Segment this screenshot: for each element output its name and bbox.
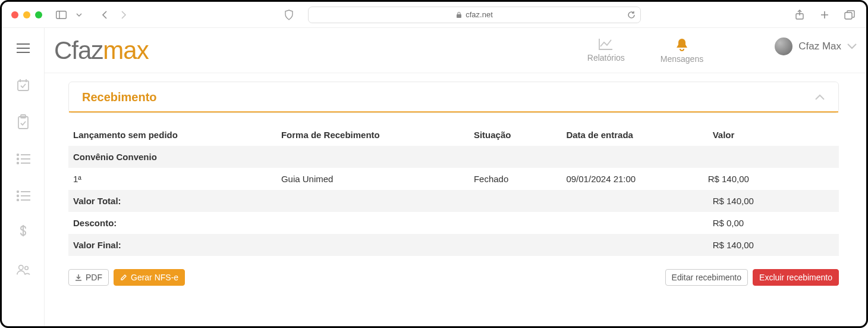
logo-part1: Cfaz bbox=[54, 36, 103, 64]
final-label: Valor Final: bbox=[68, 234, 708, 256]
clipboard-check-icon[interactable] bbox=[16, 115, 30, 129]
row-discount: Desconto: R$ 0,00 bbox=[68, 212, 839, 234]
list-icon[interactable] bbox=[16, 152, 30, 166]
window-controls bbox=[11, 11, 42, 18]
svg-point-19 bbox=[17, 163, 18, 164]
url-text: cfaz.net bbox=[466, 10, 493, 19]
discount-label: Desconto: bbox=[68, 212, 708, 234]
svg-point-29 bbox=[24, 266, 28, 270]
pdf-button[interactable]: PDF bbox=[68, 269, 109, 286]
browser-titlebar: cfaz.net bbox=[2, 2, 866, 28]
col-valor: Valor bbox=[708, 124, 839, 146]
col-situacao: Situação bbox=[469, 124, 562, 146]
col-lancamento: Lançamento sem pedido bbox=[68, 124, 276, 146]
share-icon[interactable] bbox=[792, 8, 807, 22]
nav-reports[interactable]: Relatórios bbox=[587, 38, 625, 63]
logo-part2: max bbox=[103, 36, 148, 64]
minimize-window-icon[interactable] bbox=[23, 11, 30, 18]
svg-point-17 bbox=[17, 158, 18, 160]
calendar-check-icon[interactable] bbox=[16, 78, 30, 92]
cell-valor: R$ 140,00 bbox=[708, 168, 839, 190]
download-icon bbox=[75, 274, 82, 281]
pdf-label: PDF bbox=[86, 273, 102, 282]
svg-rect-10 bbox=[18, 81, 29, 90]
refresh-icon[interactable] bbox=[627, 11, 636, 19]
dollar-icon[interactable] bbox=[16, 226, 30, 240]
sidebar-toggle-icon[interactable] bbox=[54, 8, 68, 22]
app-topbar: Cfazmax Relatórios Mensagens Cfaz Max bbox=[45, 28, 866, 73]
cell-forma: Guia Unimed bbox=[276, 168, 469, 190]
action-buttons: PDF Gerar NFS-e Editar recebimento Exclu… bbox=[68, 269, 839, 286]
app-logo[interactable]: Cfazmax bbox=[54, 36, 149, 65]
tabs-overview-icon[interactable] bbox=[842, 8, 857, 22]
total-value: R$ 140,00 bbox=[708, 190, 839, 212]
table-header-row: Lançamento sem pedido Forma de Recebimen… bbox=[68, 124, 839, 146]
svg-rect-13 bbox=[18, 117, 28, 129]
svg-point-23 bbox=[17, 195, 18, 196]
user-menu[interactable]: Cfaz Max bbox=[775, 38, 857, 55]
svg-point-28 bbox=[18, 265, 23, 270]
panel-title: Recebimento bbox=[82, 90, 157, 104]
close-window-icon[interactable] bbox=[11, 11, 18, 18]
row-total: Valor Total: R$ 140,00 bbox=[68, 190, 839, 212]
svg-rect-6 bbox=[845, 13, 852, 19]
edit-label: Editar recebimento bbox=[672, 273, 742, 282]
cell-lancamento: 1ª bbox=[68, 168, 276, 190]
total-label: Valor Total: bbox=[68, 190, 708, 212]
nav-reports-label: Relatórios bbox=[587, 53, 625, 63]
bell-icon bbox=[675, 38, 688, 52]
svg-point-21 bbox=[17, 191, 18, 192]
new-tab-icon[interactable] bbox=[817, 8, 832, 22]
delete-button[interactable]: Excluir recebimento bbox=[753, 269, 839, 286]
svg-rect-0 bbox=[56, 11, 67, 18]
chevron-down-icon[interactable] bbox=[72, 8, 86, 22]
table-group-row: Convênio Convenio bbox=[68, 146, 839, 168]
discount-value: R$ 0,00 bbox=[708, 212, 839, 234]
list-alt-icon[interactable] bbox=[16, 189, 30, 203]
avatar bbox=[775, 38, 792, 55]
lock-icon bbox=[456, 11, 462, 18]
nav-messages[interactable]: Mensagens bbox=[661, 38, 703, 64]
menu-icon[interactable] bbox=[16, 41, 30, 55]
chevron-down-icon bbox=[847, 43, 857, 49]
delete-label: Excluir recebimento bbox=[759, 273, 832, 282]
address-bar[interactable]: cfaz.net bbox=[308, 7, 641, 23]
maximize-window-icon[interactable] bbox=[35, 11, 42, 18]
svg-point-25 bbox=[17, 199, 18, 201]
table-row[interactable]: 1ª Guia Unimed Fechado 09/01/2024 21:00 … bbox=[68, 168, 839, 190]
chart-line-icon bbox=[598, 38, 614, 51]
privacy-shield-icon[interactable] bbox=[282, 8, 296, 22]
cell-situacao: Fechado bbox=[469, 168, 562, 190]
svg-point-15 bbox=[17, 154, 18, 155]
svg-rect-2 bbox=[457, 14, 461, 18]
collapse-icon[interactable] bbox=[814, 94, 825, 101]
col-data: Data de entrada bbox=[561, 124, 707, 146]
panel-recebimento: Recebimento bbox=[68, 82, 839, 113]
users-icon[interactable] bbox=[16, 263, 30, 277]
edit-icon bbox=[120, 274, 127, 281]
col-forma: Forma de Recebimento bbox=[276, 124, 469, 146]
forward-icon[interactable] bbox=[116, 8, 130, 22]
group-header: Convênio Convenio bbox=[68, 146, 839, 168]
edit-button[interactable]: Editar recebimento bbox=[665, 269, 749, 286]
row-final: Valor Final: R$ 140,00 bbox=[68, 234, 839, 256]
nfse-button[interactable]: Gerar NFS-e bbox=[114, 269, 185, 286]
final-value: R$ 140,00 bbox=[708, 234, 839, 256]
nav-messages-label: Mensagens bbox=[661, 54, 703, 64]
cell-data: 09/01/2024 21:00 bbox=[561, 168, 707, 190]
back-icon[interactable] bbox=[98, 8, 112, 22]
receipts-table: Lançamento sem pedido Forma de Recebimen… bbox=[68, 124, 839, 256]
app-sidebar bbox=[2, 28, 45, 326]
nfse-label: Gerar NFS-e bbox=[131, 273, 178, 282]
user-name: Cfaz Max bbox=[798, 40, 841, 52]
